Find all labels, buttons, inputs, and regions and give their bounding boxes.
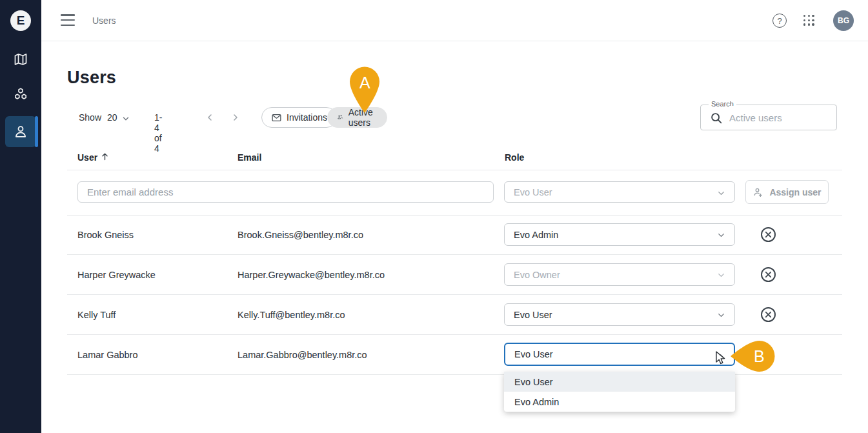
role-value: Evo User: [514, 310, 552, 320]
search-field: Search: [700, 105, 837, 130]
chevron-down-icon: [716, 270, 726, 280]
chevron-down-icon: [716, 230, 726, 240]
sidebar-item-workspaces[interactable]: [5, 79, 36, 110]
menu-toggle-button[interactable]: [61, 14, 75, 26]
assign-role-value: Evo User: [514, 187, 552, 197]
show-label: Show: [79, 112, 101, 123]
remove-user-button[interactable]: [761, 307, 776, 322]
workspaces-icon: [13, 86, 28, 102]
sidebar-item-map[interactable]: [5, 44, 36, 75]
sort-ascending-icon[interactable]: [99, 151, 110, 162]
assign-role-select[interactable]: Evo User: [504, 181, 735, 203]
chevron-down-icon: [716, 310, 726, 320]
role-option-evo-user[interactable]: Evo User: [504, 372, 735, 392]
row-divider: [67, 334, 842, 335]
page-title: Users: [67, 68, 116, 88]
role-select[interactable]: Evo Admin: [504, 223, 735, 246]
previous-page-button[interactable]: [203, 110, 217, 125]
user-name: Brook Gneiss: [77, 230, 134, 240]
assign-user-label: Assign user: [769, 187, 821, 197]
role-option-evo-admin[interactable]: Evo Admin: [504, 392, 735, 412]
role-select-open[interactable]: Evo User: [504, 343, 735, 366]
sidebar: E: [0, 0, 41, 433]
user-avatar[interactable]: BG: [833, 10, 854, 31]
user-name: Lamar Gabbro: [77, 350, 138, 360]
role-value: Evo Admin: [514, 230, 558, 240]
page-size-select[interactable]: 20: [107, 112, 117, 123]
close-icon: [765, 311, 772, 318]
user-email: Lamar.Gabbro@bentley.m8r.co: [237, 350, 367, 360]
person-add-icon: [752, 186, 764, 198]
avatar-initials: BG: [838, 16, 849, 25]
marker-b-letter: B: [754, 347, 765, 366]
sidebar-item-users[interactable]: [5, 116, 36, 147]
next-page-button[interactable]: [228, 110, 243, 125]
help-glyph: ?: [777, 16, 782, 26]
user-name: Harper Greywacke: [77, 270, 156, 280]
marker-a-letter: A: [359, 74, 370, 92]
search-icon: [709, 111, 723, 125]
role-value: Evo Owner: [514, 270, 560, 280]
invitations-label: Invitations: [287, 112, 327, 123]
top-bar: Users ? BG: [41, 0, 868, 41]
logo-letter: E: [17, 14, 25, 28]
map-pin-shape: [729, 340, 776, 372]
chevron-left-icon: [205, 112, 215, 123]
row-divider: [67, 254, 842, 255]
active-nav-indicator: [35, 116, 38, 147]
role-select[interactable]: Evo Owner: [504, 263, 735, 286]
column-header-role[interactable]: Role: [505, 152, 524, 163]
user-email: Harper.Greywacke@bentley.m8r.co: [237, 270, 385, 280]
chevron-down-icon: [716, 188, 726, 198]
remove-user-button[interactable]: [761, 267, 776, 282]
column-header-user[interactable]: User: [77, 152, 97, 163]
user-email: Kelly.Tuff@bentley.m8r.co: [237, 310, 345, 320]
role-value: Evo User: [514, 349, 553, 359]
remove-user-button[interactable]: [761, 227, 776, 242]
map-icon: [13, 52, 28, 67]
role-select[interactable]: Evo User: [504, 303, 735, 326]
row-divider: [67, 170, 842, 170]
breadcrumb: Users: [92, 15, 116, 26]
close-icon: [765, 231, 772, 238]
assign-email-input[interactable]: [77, 181, 494, 203]
evo-logo[interactable]: E: [10, 10, 31, 31]
people-icon: [337, 112, 344, 123]
annotation-marker-b: B: [729, 340, 776, 372]
close-icon: [765, 271, 772, 278]
envelope-icon: [271, 112, 282, 123]
app-switcher-button[interactable]: [803, 15, 814, 26]
chevron-right-icon: [230, 112, 241, 123]
annotation-marker-a: A: [349, 66, 380, 114]
row-divider: [67, 215, 842, 216]
invitations-tab[interactable]: Invitations: [261, 107, 337, 128]
chevron-down-icon[interactable]: [121, 114, 130, 123]
mouse-cursor: [715, 351, 728, 365]
row-divider: [67, 294, 842, 295]
user-name: Kelly Tuff: [77, 310, 116, 320]
assign-user-button[interactable]: Assign user: [745, 180, 829, 204]
pagination-range: 1-4 of 4: [154, 112, 162, 154]
search-input[interactable]: [729, 106, 833, 129]
column-header-email[interactable]: Email: [237, 152, 261, 163]
users-admin-page: E Users ? BG Users Show 20 1-4 of 4: [0, 0, 868, 433]
help-button[interactable]: ?: [772, 14, 787, 28]
users-icon: [12, 123, 29, 140]
role-dropdown-menu: Evo User Evo Admin: [504, 372, 735, 412]
user-email: Brook.Gneiss@bentley.m8r.co: [237, 230, 363, 240]
